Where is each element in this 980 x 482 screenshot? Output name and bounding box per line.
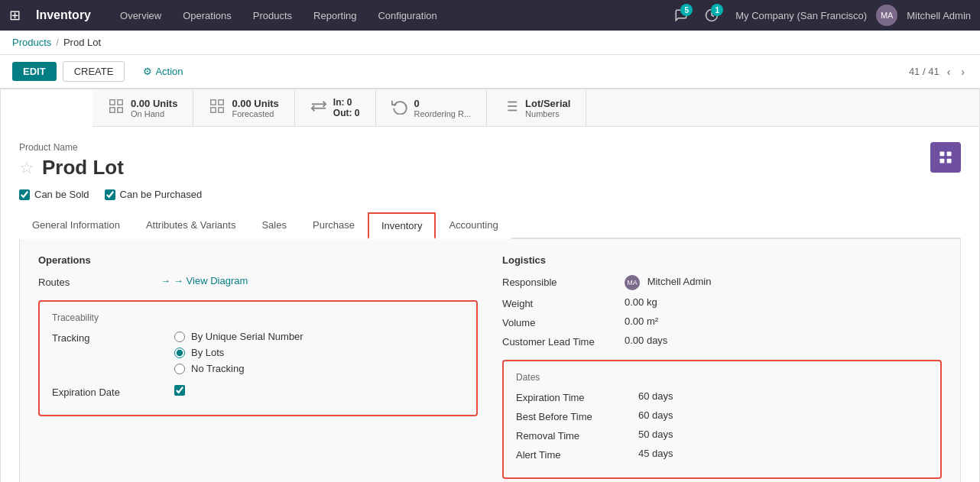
stat-forecasted[interactable]: 0.00 Units Forecasted [193, 89, 294, 126]
product-form: Product Name ☆ Prod Lot Can be Sold Can … [1, 127, 979, 482]
expiration-time-label: Expiration Time [516, 390, 638, 403]
removal-time-field: Removal Time 50 days [516, 429, 928, 442]
best-before-time-field: Best Before Time 60 days [516, 409, 928, 422]
breadcrumb: Products / Prod Lot [0, 31, 980, 55]
lot-serial-label: Numbers [525, 109, 570, 118]
reorder-icon [391, 98, 408, 118]
svg-rect-19 [940, 159, 945, 163]
volume-field: Volume 0.00 m² [502, 315, 942, 328]
product-title-row: ☆ Prod Lot [19, 156, 930, 180]
lot-serial-icon [502, 98, 519, 118]
lot-serial-value: Lot/Serial [525, 98, 570, 109]
expiration-time-field: Expiration Time 60 days [516, 390, 928, 403]
customer-lead-time-value: 0.00 days [625, 335, 667, 346]
tracking-none-label: No Tracking [191, 363, 244, 374]
forecasted-value: 0.00 Units [232, 98, 278, 109]
action-label: Action [155, 66, 183, 77]
expiration-date-checkbox[interactable] [174, 385, 185, 396]
responsible-value: MA Mitchell Admin [625, 275, 711, 290]
weight-value: 0.00 kg [625, 296, 657, 308]
routes-field: Routes → → View Diagram [38, 275, 478, 288]
content-wrapper: 0.00 Units On Hand 0.00 Units Forecasted… [0, 89, 980, 482]
alert-time-label: Alert Time [516, 448, 638, 461]
tab-general-information[interactable]: General Information [19, 212, 133, 239]
svg-rect-3 [110, 107, 115, 112]
svg-rect-8 [219, 107, 223, 112]
edit-button[interactable]: EDIT [12, 62, 57, 81]
tab-attributes-variants[interactable]: Attributes & Variants [133, 212, 249, 239]
on-hand-icon [108, 98, 125, 118]
product-name-label: Product Name [19, 142, 930, 153]
product-tabs: General Information Attributes & Variant… [19, 212, 961, 239]
on-hand-value: 0.00 Units [131, 98, 177, 109]
tracking-none: No Tracking [174, 363, 303, 374]
logistics-section-title: Logistics [502, 254, 942, 266]
tracking-serial-label: By Unique Serial Number [191, 331, 303, 342]
nav-operations[interactable]: Operations [178, 10, 236, 21]
forecasted-label: Forecasted [232, 109, 278, 118]
tab-sales[interactable]: Sales [248, 212, 300, 239]
reorder-label: Reordering R... [414, 109, 472, 118]
tracking-serial: By Unique Serial Number [174, 331, 303, 342]
stat-in-out[interactable]: In: 0 Out: 0 [295, 89, 376, 126]
nav-configuration[interactable]: Configuration [373, 10, 441, 21]
on-hand-label: On Hand [131, 109, 177, 118]
tab-inventory[interactable]: Inventory [368, 212, 436, 239]
can-be-sold-checkbox[interactable]: Can be Sold [19, 189, 89, 200]
expiration-date-label: Expiration Date [52, 385, 174, 398]
volume-label: Volume [502, 315, 625, 328]
activity-button[interactable]: 1 [705, 8, 719, 22]
svg-rect-18 [947, 152, 952, 157]
action-dropdown[interactable]: ⚙ Action [143, 66, 183, 77]
reorder-value: 0 [414, 98, 472, 109]
view-diagram-link[interactable]: → → View Diagram [161, 275, 248, 286]
inventory-tab-content: Operations Routes → → View Diagram Trace… [19, 239, 961, 482]
inventory-right-col: Logistics Responsible MA Mitchell Admin … [502, 254, 942, 479]
tracking-lots-radio[interactable] [174, 348, 185, 358]
breadcrumb-current: Prod Lot [63, 37, 101, 48]
svg-rect-6 [219, 99, 223, 104]
stat-reordering[interactable]: 0 Reordering R... [376, 89, 488, 126]
weight-field: Weight 0.00 kg [502, 296, 942, 309]
traceability-box: Traceability Tracking By Unique Serial N… [38, 300, 478, 416]
prev-page-button[interactable]: ‹ [944, 64, 954, 79]
responsible-avatar: MA [625, 275, 640, 290]
tracking-label: Tracking [52, 331, 174, 344]
dates-title: Dates [516, 372, 928, 383]
tracking-none-radio[interactable] [174, 364, 185, 374]
expiration-time-value: 60 days [638, 390, 673, 402]
can-be-purchased-checkbox[interactable]: Can be Purchased [105, 189, 203, 200]
tracking-field: Tracking By Unique Serial Number By Lots [52, 331, 464, 379]
tracking-serial-radio[interactable] [174, 332, 185, 342]
nav-overview[interactable]: Overview [115, 10, 166, 21]
nav-reporting[interactable]: Reporting [309, 10, 361, 21]
removal-time-label: Removal Time [516, 429, 638, 442]
next-page-button[interactable]: › [958, 64, 968, 79]
app-grid-icon[interactable]: ⊞ [9, 7, 21, 24]
user-name: Mitchell Admin [907, 10, 971, 21]
forecasted-icon [209, 98, 226, 118]
customer-lead-time-label: Customer Lead Time [502, 335, 625, 348]
arrow-icon: → [161, 275, 170, 286]
tab-accounting[interactable]: Accounting [436, 212, 511, 239]
best-before-time-label: Best Before Time [516, 409, 638, 422]
favorite-star-icon[interactable]: ☆ [19, 158, 34, 178]
stat-on-hand[interactable]: 0.00 Units On Hand [92, 89, 193, 126]
product-checks: Can be Sold Can be Purchased [19, 189, 961, 200]
nav-products[interactable]: Products [248, 10, 297, 21]
stats-bar: 0.00 Units On Hand 0.00 Units Forecasted… [92, 89, 979, 127]
inventory-left-col: Operations Routes → → View Diagram Trace… [38, 254, 478, 479]
breadcrumb-parent[interactable]: Products [12, 37, 51, 48]
tab-purchase[interactable]: Purchase [300, 212, 368, 239]
expiration-date-field: Expiration Date [52, 385, 464, 398]
create-button[interactable]: CREATE [63, 61, 125, 82]
messages-button[interactable]: 5 [674, 8, 688, 22]
svg-rect-5 [211, 99, 216, 104]
weight-label: Weight [502, 296, 625, 309]
stat-lot-serial[interactable]: Lot/Serial Numbers [487, 89, 586, 126]
product-image-button[interactable] [930, 142, 961, 173]
tracking-lots: By Lots [174, 347, 303, 358]
traceability-title: Traceability [52, 312, 464, 323]
out-value: Out: 0 [333, 108, 360, 118]
best-before-time-value: 60 days [638, 409, 673, 421]
